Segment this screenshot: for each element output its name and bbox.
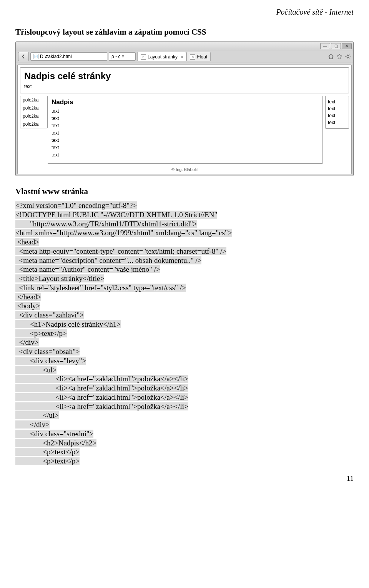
tab-label: Float <box>197 54 207 60</box>
mid-text: text <box>52 145 319 150</box>
mid-text: text <box>52 152 319 158</box>
right-text: text <box>328 99 346 105</box>
code-line: "http://www.w3.org/TR/xhtml1/DTD/xhtml1-… <box>15 220 197 228</box>
search-hint: ρ - ς × <box>111 54 125 59</box>
back-icon <box>21 54 26 59</box>
code-line: </head> <box>15 293 41 301</box>
code-line: <li><a href="zaklad.html">položka</a></l… <box>15 393 188 401</box>
close-button[interactable]: ✕ <box>342 43 352 49</box>
code-line: <ul> <box>15 366 57 374</box>
code-line: <p>text</p> <box>15 329 67 337</box>
file-icon: 📄 <box>33 54 38 59</box>
ie-icon: e <box>141 54 146 60</box>
page-number: 11 <box>15 474 354 483</box>
browser-window: — ▢ ✕ 📄 D:\zaklad2.html ρ - ς × e Layout… <box>15 42 354 176</box>
tab-float[interactable]: a Float <box>186 52 211 61</box>
code-line: <link rel="stylesheet" href="styl2.css" … <box>15 284 186 292</box>
code-line: <div class="levy"> <box>15 357 86 365</box>
star-icon[interactable] <box>336 53 342 60</box>
code-line: <meta name="Author" content="vaše jméno"… <box>15 265 160 273</box>
middle-column: Nadpis text text text text text text tex… <box>48 96 323 164</box>
code-line: <!DOCTYPE html PUBLIC "-//W3C//DTD XHTML… <box>15 211 217 219</box>
mid-text: text <box>52 116 319 121</box>
mid-text: text <box>52 108 319 114</box>
url-box[interactable]: 📄 D:\zaklad2.html <box>30 52 107 61</box>
code-line: </ul> <box>15 411 59 419</box>
search-box[interactable]: ρ - ς × <box>109 52 136 61</box>
code-line: <?xml version="1.0" encoding="utf-8"?> <box>15 201 137 209</box>
subsection-title: Vlastní www stránka <box>15 187 354 196</box>
page-title: Nadpis celé stránky <box>24 71 345 81</box>
code-line: <body> <box>15 302 40 310</box>
mid-text: text <box>52 123 319 128</box>
code-line: <p>text</p> <box>15 457 80 465</box>
page-footer: ® Ing. Blábolil <box>18 166 351 174</box>
mid-text: text <box>52 138 319 143</box>
sidebar-item[interactable]: položka <box>20 96 47 104</box>
code-line: <meta http-equiv="content-type" content=… <box>15 247 226 255</box>
code-line: <li><a href="zaklad.html">položka</a></l… <box>15 402 188 410</box>
code-line: <html xmlns="http://www.w3.org/1999/xhtm… <box>15 229 232 237</box>
tab-layout[interactable]: e Layout stránky × <box>137 52 186 61</box>
titlebar: — ▢ ✕ <box>16 42 353 50</box>
code-line: <li><a href="zaklad.html">položka</a></l… <box>15 384 188 392</box>
page-columns: položka položka položka položka Nadpis t… <box>20 96 349 164</box>
tab-group: e Layout stránky × a Float <box>137 52 211 61</box>
right-column: text text text text <box>325 96 349 129</box>
address-row: 📄 D:\zaklad2.html ρ - ς × e Layout strán… <box>16 50 353 63</box>
home-icon[interactable] <box>328 53 334 60</box>
tab-label: Layout stránky <box>148 54 178 60</box>
code-line: </div> <box>15 420 50 429</box>
html-icon: a <box>190 54 195 60</box>
toolbar-right <box>328 53 351 60</box>
code-line: <h2>Nadpis</h2> <box>15 439 96 447</box>
left-column: položka položka položka položka <box>20 96 48 128</box>
code-line: <title>Layout stránky</title> <box>15 274 104 282</box>
viewport: Nadpis celé stránky text položka položka… <box>17 65 352 174</box>
code-line: <h1>Nadpis celé stránky</h1> <box>15 320 121 328</box>
page-header-text: text <box>24 84 345 89</box>
sidebar-item[interactable]: položka <box>20 120 47 128</box>
code-line: <p>text</p> <box>15 448 80 456</box>
page-header: Nadpis celé stránky text <box>20 67 349 93</box>
code-line: <div class="stredni"> <box>15 430 93 438</box>
gear-icon[interactable] <box>345 53 351 60</box>
code-line: <meta name="description" content="... ob… <box>15 256 201 264</box>
running-header: Počítačové sítě - Internet <box>15 8 354 17</box>
svg-point-0 <box>347 55 349 58</box>
url-text: D:\zaklad2.html <box>40 54 72 59</box>
section-title: Třísloupcový layout se záhlavím a zápatí… <box>15 27 354 37</box>
minimize-button[interactable]: — <box>320 43 330 49</box>
sidebar-item[interactable]: položka <box>20 104 47 112</box>
maximize-button[interactable]: ▢ <box>331 43 341 49</box>
close-icon[interactable]: × <box>181 55 183 59</box>
sidebar-item[interactable]: položka <box>20 112 47 120</box>
right-text: text <box>328 120 346 125</box>
code-block: <?xml version="1.0" encoding="utf-8"?> <… <box>15 201 354 466</box>
right-text: text <box>328 113 346 118</box>
back-button[interactable] <box>18 52 29 61</box>
code-line: <div class="obsah"> <box>15 347 80 355</box>
mid-heading: Nadpis <box>52 98 319 106</box>
code-line: <div class="zahlavi"> <box>15 311 84 319</box>
code-line: <li><a href="zaklad.html">položka</a></l… <box>15 375 188 383</box>
right-text: text <box>328 106 346 111</box>
code-line: </div> <box>15 338 39 346</box>
code-line: <head> <box>15 238 39 246</box>
mid-text: text <box>52 130 319 136</box>
